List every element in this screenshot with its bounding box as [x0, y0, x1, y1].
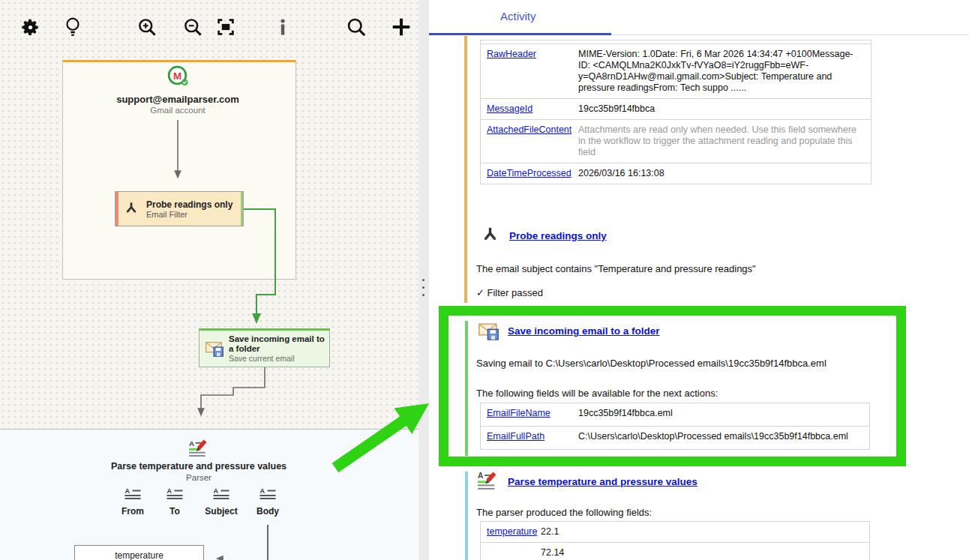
email-source-group-box[interactable] [62, 60, 296, 280]
field-value: 22.1 [541, 522, 869, 542]
svg-text:A: A [260, 487, 265, 495]
splitter-handle-dot [422, 286, 424, 289]
filter-status-text: ✓ Filter passed [476, 287, 543, 298]
field-text-icon: A [260, 487, 277, 501]
filter-section-link[interactable]: Probe readings only [509, 230, 607, 241]
filter-icon [123, 201, 140, 217]
field-node-to[interactable]: A To [152, 487, 197, 517]
save-section-link[interactable]: Save incoming email to a folder [508, 325, 660, 337]
result-box-temperature[interactable]: temperature [74, 545, 204, 560]
save-email-icon [478, 321, 499, 341]
field-node-body[interactable]: A Body [245, 487, 290, 517]
field-value: MIME-Version: 1.0Date: Fri, 6 Mar 2026 1… [578, 44, 871, 98]
parser-fields-table: temperature 22.1 72.14 [480, 521, 870, 560]
field-link-messageid[interactable]: MessageId [487, 103, 532, 114]
field-value: Attachments are read only when needed. U… [578, 120, 871, 163]
field-text-icon: A [124, 487, 142, 501]
section-bar-save [465, 321, 468, 456]
field-link-datetimeprocessed[interactable]: DateTimeProcessed [487, 168, 572, 178]
svg-text:A: A [166, 487, 172, 495]
field-value: 19cc35b9f14fbbca [578, 99, 871, 119]
fit-screen-icon [215, 16, 236, 37]
gear-icon [20, 17, 40, 37]
filter-icon [480, 226, 500, 246]
table-row: EmailFullPath C:\Users\carlo\Desktop\Pro… [481, 427, 869, 449]
table-row: temperature 22.1 [481, 522, 869, 543]
parser-section-link[interactable]: Parse temperature and pressure values [508, 476, 698, 487]
svg-text:A: A [124, 487, 130, 495]
field-value: 19cc35b9f14fbbca.eml [578, 403, 869, 426]
field-link-rawheader[interactable]: RawHeader [487, 49, 536, 59]
active-tab-underline [429, 33, 611, 35]
save-node-title: Save incoming email to a folder [229, 334, 329, 354]
field-link-temperature[interactable]: temperature [487, 526, 537, 537]
save-detail-text: Saving email to C:\Users\carlo\Desktop\P… [476, 358, 826, 369]
field-value: 2026/03/16 16:13:08 [578, 163, 871, 184]
filter-section-heading: Probe readings only [480, 226, 607, 246]
fit-screen-button[interactable] [214, 16, 237, 38]
parser-icon: A [188, 439, 209, 463]
plus-icon [390, 16, 412, 38]
svg-text:M: M [173, 70, 182, 82]
field-node-subject[interactable]: A Subject [199, 487, 244, 517]
filter-node[interactable]: Probe readings only Email Filter [115, 191, 244, 226]
table-row: EmailFileName 19cc35b9f14fbbca.eml [481, 403, 869, 427]
search-button[interactable] [345, 16, 368, 38]
field-label: From [110, 506, 155, 517]
section-bar-parser [465, 472, 468, 560]
field-label: Body [245, 506, 290, 517]
field-link-emailfilename[interactable]: EmailFileName [487, 408, 550, 418]
table-row: AttachedFileContent Attachments are read… [481, 120, 871, 163]
field-link-attachedfilecontent[interactable]: AttachedFileContent [487, 124, 572, 135]
filter-detail-text: The email subject contains "Temperature … [476, 263, 756, 274]
field-text-icon: A [166, 487, 184, 501]
settings-button[interactable] [19, 16, 41, 38]
tab-activity[interactable]: Activity [500, 10, 536, 22]
table-row: DateTimeProcessed 2026/03/16 16:13:08 [481, 163, 871, 184]
table-row: MessageId 19cc35b9f14fbbca [481, 99, 871, 120]
panel-splitter[interactable] [418, 0, 429, 560]
ideas-button[interactable] [62, 16, 84, 38]
email-source-subtitle: Gmail account [95, 106, 260, 115]
parser-node[interactable]: Parse temperature and pressure values [86, 461, 311, 472]
field-value: 72.14 [541, 543, 869, 560]
zoom-in-button[interactable] [136, 16, 158, 38]
zoom-out-button[interactable] [182, 16, 204, 38]
field-label: Subject [199, 506, 244, 517]
add-action-button[interactable] [390, 16, 412, 38]
field-link-emailfullpath[interactable]: EmailFullPath [487, 431, 544, 442]
parser-section-heading: A Parse temperature and pressure values [477, 471, 698, 493]
save-section-heading: Save incoming email to a folder [478, 321, 660, 341]
save-fields-intro: The following fields will be available f… [476, 388, 718, 399]
zoom-in-icon [137, 17, 158, 37]
table-row: 72.14 [481, 543, 869, 560]
save-node[interactable]: Save incoming email to a folder Save cur… [199, 328, 330, 367]
info-button[interactable] [272, 16, 294, 38]
field-label: To [152, 506, 197, 517]
table-row: RawHeader MIME-Version: 1.0Date: Fri, 6 … [481, 44, 871, 99]
svg-text:A: A [189, 439, 194, 448]
info-icon [274, 16, 292, 37]
activity-panel: Activity RawHeader MIME-Version: 1.0Date… [429, 0, 969, 560]
svg-text:A: A [213, 487, 218, 495]
email-fields-table: RawHeader MIME-Version: 1.0Date: Fri, 6 … [480, 40, 872, 184]
splitter-handle-dot [422, 279, 424, 281]
filter-node-title: Probe readings only [146, 199, 232, 210]
splitter-handle-dot [422, 294, 424, 296]
zoom-out-icon [183, 17, 203, 37]
save-node-subtitle: Save current email [229, 354, 329, 363]
save-email-icon [206, 340, 224, 358]
lightbulb-icon [63, 16, 82, 37]
gmail-icon: M [166, 64, 190, 92]
parser-detail-text: The parser produced the following fields… [476, 507, 652, 518]
field-node-from[interactable]: A From [110, 487, 155, 517]
filter-right-edge [241, 192, 243, 226]
field-value: C:\Users\carlo\Desktop\Processed emails\… [578, 427, 869, 449]
search-icon [346, 17, 367, 37]
email-source-node[interactable]: support@emailparser.com [95, 94, 260, 105]
workflow-canvas[interactable]: M support@emailparser.com Gmail account … [0, 0, 418, 560]
field-text-icon: A [213, 487, 230, 501]
svg-text:A: A [478, 472, 483, 480]
filter-node-subtitle: Email Filter [146, 210, 232, 219]
section-bar-email [464, 36, 467, 303]
